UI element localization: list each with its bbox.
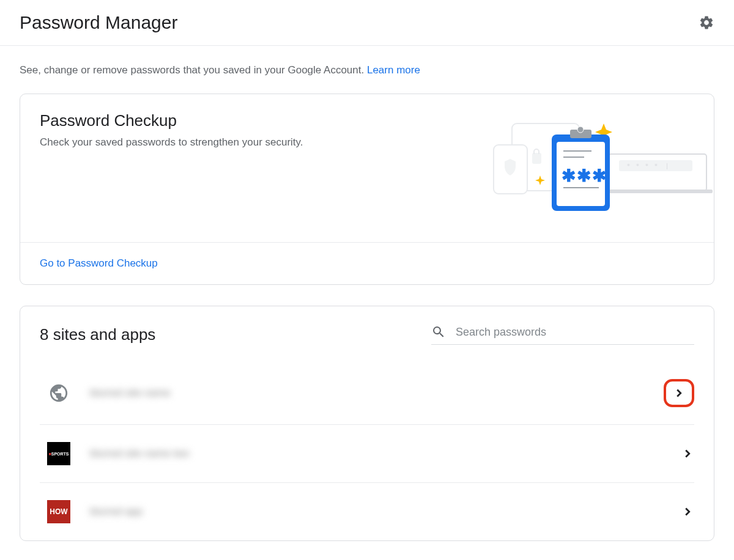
- search-input[interactable]: [456, 326, 694, 339]
- site-row[interactable]: HOW blurred app: [40, 483, 694, 540]
- checkup-title: Password Checkup: [40, 111, 303, 130]
- sites-count-title: 8 sites and apps: [40, 325, 155, 344]
- svg-rect-6: [532, 153, 541, 164]
- password-checkup-card: Password Checkup Check your saved passwo…: [20, 94, 714, 285]
- chevron-right-icon: [672, 386, 686, 400]
- globe-icon: [47, 381, 70, 405]
- annotation-highlight: [664, 379, 694, 407]
- learn-more-link[interactable]: Learn more: [367, 64, 420, 76]
- header: Password Manager: [0, 0, 734, 46]
- site-favicon: ■SPORTS: [47, 442, 70, 465]
- go-to-checkup-link[interactable]: Go to Password Checkup: [40, 257, 158, 269]
- svg-rect-0: [609, 154, 706, 191]
- site-name: blurred app: [90, 506, 681, 518]
- checkup-subtitle: Check your saved passwords to strengthen…: [40, 136, 303, 149]
- svg-rect-1: [602, 190, 713, 193]
- checkup-illustration: ＊＊＊＊ |: [451, 111, 714, 224]
- site-favicon: HOW: [47, 500, 70, 523]
- site-row[interactable]: ■SPORTS blurred site name two: [40, 425, 694, 483]
- gear-icon[interactable]: [699, 15, 714, 31]
- sites-card: 8 sites and apps blurred site name ■SPOR…: [20, 306, 714, 541]
- site-name: blurred site name: [90, 387, 664, 399]
- search-icon: [431, 325, 446, 339]
- site-name: blurred site name two: [90, 448, 681, 460]
- svg-text:✱✱✱: ✱✱✱: [562, 166, 607, 185]
- chevron-right-icon: [681, 505, 694, 518]
- site-row[interactable]: blurred site name: [40, 362, 694, 425]
- page-title: Password Manager: [20, 12, 177, 33]
- search-passwords[interactable]: [431, 325, 694, 345]
- intro-description: See, change or remove passwords that you…: [20, 64, 367, 76]
- chevron-right-icon: [681, 447, 694, 460]
- svg-point-10: [577, 127, 584, 133]
- svg-text:＊＊＊＊ |: ＊＊＊＊ |: [625, 162, 670, 169]
- intro-text: See, change or remove passwords that you…: [20, 64, 714, 76]
